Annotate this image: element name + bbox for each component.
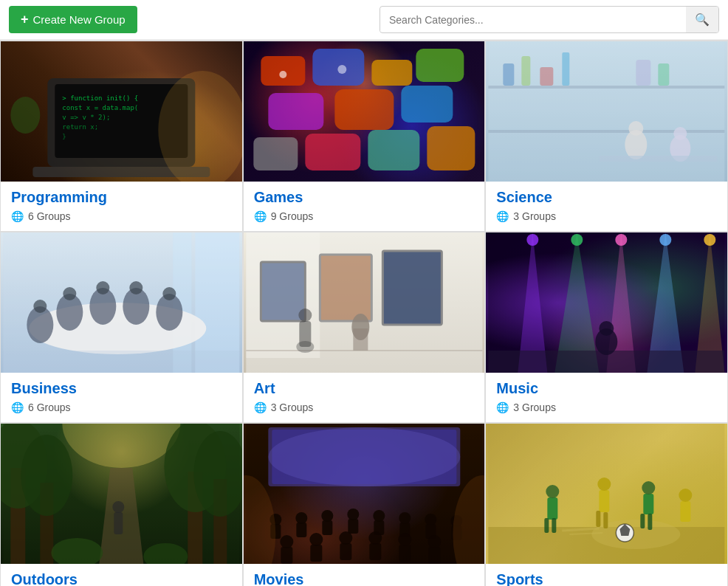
svg-rect-20: [427, 126, 475, 170]
svg-text:const x = data.map(: const x = data.map(: [62, 104, 138, 111]
svg-rect-126: [428, 547, 440, 564]
svg-rect-51: [3, 351, 239, 373]
globe-icon: 🌐: [254, 210, 267, 222]
category-image-outdoors: [1, 424, 242, 564]
svg-point-77: [616, 234, 628, 246]
svg-rect-136: [600, 490, 610, 512]
category-meta-science: 🌐3 Groups: [496, 210, 717, 222]
svg-point-85: [21, 435, 72, 516]
category-title-music: Music: [496, 380, 717, 397]
svg-point-125: [427, 535, 441, 548]
category-count-music: 3 Groups: [513, 401, 556, 413]
svg-rect-116: [281, 547, 292, 564]
category-body-sports: Sports🌐6 Groups: [486, 564, 727, 586]
category-card-outdoors[interactable]: Outdoors🌐3 Groups: [0, 423, 243, 586]
svg-rect-91: [114, 512, 123, 534]
category-title-business: Business: [11, 380, 232, 397]
svg-text:}: }: [62, 133, 66, 140]
svg-rect-29: [563, 52, 570, 86]
svg-rect-30: [636, 60, 651, 86]
category-image-science: [486, 41, 727, 182]
svg-rect-17: [253, 137, 298, 170]
svg-point-76: [571, 234, 583, 246]
svg-point-47: [63, 287, 76, 300]
category-image-programming: > function init() { const x = data.map( …: [1, 41, 242, 182]
svg-point-62: [351, 314, 369, 340]
category-image-music: [486, 232, 727, 373]
svg-rect-55: [261, 262, 305, 321]
category-image-sports: [486, 424, 727, 564]
globe-icon: 🌐: [496, 401, 509, 413]
svg-rect-24: [489, 86, 725, 89]
svg-rect-25: [489, 130, 725, 133]
svg-text:v => v * 2);: v => v * 2);: [62, 114, 110, 121]
svg-rect-12: [371, 60, 412, 86]
svg-rect-124: [399, 545, 411, 562]
svg-rect-26: [504, 63, 515, 86]
svg-rect-140: [644, 494, 654, 514]
category-title-movies: Movies: [254, 571, 475, 586]
svg-rect-134: [545, 518, 549, 533]
svg-point-123: [398, 533, 411, 546]
svg-point-107: [373, 510, 385, 522]
category-meta-games: 🌐9 Groups: [254, 210, 475, 222]
category-image-movies: [244, 424, 485, 564]
svg-rect-27: [522, 56, 531, 86]
category-count-games: 9 Groups: [271, 210, 314, 222]
categories-grid: > function init() { const x = data.map( …: [0, 40, 728, 586]
svg-rect-120: [340, 543, 351, 560]
svg-point-98: [268, 427, 460, 486]
category-body-programming: Programming🌐6 Groups: [1, 182, 242, 231]
category-title-sports: Sports: [496, 571, 717, 586]
plus-icon: +: [21, 12, 29, 27]
svg-point-101: [295, 512, 307, 524]
svg-text:> function init() {: > function init() {: [62, 94, 138, 102]
category-meta-business: 🌐6 Groups: [11, 401, 232, 413]
svg-point-117: [309, 533, 323, 546]
category-title-games: Games: [254, 189, 475, 206]
category-card-programming[interactable]: > function init() { const x = data.map( …: [0, 41, 243, 232]
category-card-art[interactable]: Art🌐3 Groups: [243, 232, 486, 423]
svg-point-35: [674, 127, 687, 140]
category-image-games: [244, 41, 485, 182]
search-icon: 🔍: [695, 13, 710, 26]
svg-point-50: [162, 287, 176, 300]
category-title-science: Science: [496, 189, 717, 206]
svg-rect-104: [322, 520, 332, 535]
category-card-movies[interactable]: Movies🌐3 Groups: [243, 423, 486, 586]
svg-point-48: [96, 281, 109, 294]
svg-point-105: [347, 509, 359, 520]
search-input[interactable]: [380, 8, 686, 32]
svg-point-79: [704, 234, 716, 246]
category-title-outdoors: Outdoors: [11, 571, 232, 586]
category-body-music: Music🌐3 Groups: [486, 373, 727, 422]
category-count-programming: 6 Groups: [28, 210, 71, 222]
category-card-business[interactable]: Business🌐6 Groups: [0, 232, 243, 423]
category-card-science[interactable]: Science🌐3 Groups: [485, 41, 728, 232]
globe-icon: 🌐: [254, 401, 267, 413]
category-body-art: Art🌐3 Groups: [244, 373, 485, 422]
category-card-sports[interactable]: Sports🌐6 Groups: [485, 423, 728, 586]
category-title-programming: Programming: [11, 189, 232, 206]
search-button[interactable]: 🔍: [686, 7, 718, 32]
category-body-science: Science🌐3 Groups: [486, 182, 727, 231]
svg-point-9: [10, 97, 40, 134]
category-card-games[interactable]: Games🌐9 Groups: [243, 41, 486, 232]
svg-rect-138: [597, 511, 601, 527]
category-card-music[interactable]: Music🌐3 Groups: [485, 232, 728, 423]
svg-rect-28: [540, 67, 554, 86]
svg-point-78: [660, 234, 672, 246]
category-count-science: 3 Groups: [513, 210, 556, 222]
category-meta-art: 🌐3 Groups: [254, 401, 475, 413]
category-body-business: Business🌐6 Groups: [1, 373, 242, 422]
svg-rect-13: [416, 49, 464, 82]
svg-point-75: [527, 234, 539, 246]
svg-rect-118: [310, 545, 322, 562]
create-button-label: Create New Group: [33, 13, 126, 26]
svg-rect-14: [268, 93, 323, 130]
svg-point-121: [368, 531, 382, 545]
svg-rect-18: [305, 134, 360, 170]
svg-rect-102: [296, 523, 306, 537]
create-new-group-button[interactable]: + Create New Group: [9, 6, 137, 33]
category-count-art: 3 Groups: [271, 401, 314, 413]
